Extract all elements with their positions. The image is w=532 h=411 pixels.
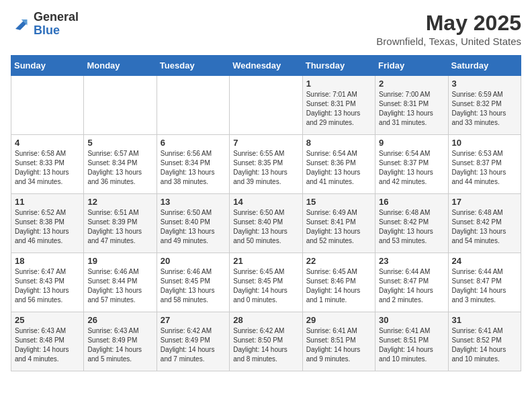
- header-day-thursday: Thursday: [302, 56, 375, 76]
- calendar-cell: 7Sunrise: 6:55 AMSunset: 8:35 PMDaylight…: [230, 135, 302, 194]
- calendar-cell: 30Sunrise: 6:41 AMSunset: 8:51 PMDayligh…: [375, 312, 448, 371]
- day-info: Sunrise: 6:50 AMSunset: 8:40 PMDaylight:…: [161, 208, 226, 246]
- day-info: Sunrise: 6:49 AMSunset: 8:41 PMDaylight:…: [306, 208, 371, 246]
- day-number: 9: [379, 138, 444, 148]
- logo-text: General Blue: [34, 11, 79, 38]
- calendar-cell: 13Sunrise: 6:50 AMSunset: 8:40 PMDayligh…: [157, 194, 229, 253]
- calendar-cell: 27Sunrise: 6:42 AMSunset: 8:49 PMDayligh…: [157, 312, 229, 371]
- day-number: 4: [15, 138, 80, 148]
- calendar-cell: [11, 76, 84, 135]
- day-number: 3: [452, 79, 517, 89]
- day-number: 17: [452, 197, 517, 207]
- page-header: General Blue May 2025 Brownfield, Texas,…: [11, 11, 521, 47]
- day-number: 27: [161, 315, 226, 325]
- calendar-body: 1Sunrise: 7:01 AMSunset: 8:31 PMDaylight…: [11, 76, 521, 371]
- calendar-cell: 21Sunrise: 6:45 AMSunset: 8:45 PMDayligh…: [230, 253, 302, 312]
- week-row-4: 18Sunrise: 6:47 AMSunset: 8:43 PMDayligh…: [11, 253, 521, 312]
- calendar-cell: 12Sunrise: 6:51 AMSunset: 8:39 PMDayligh…: [84, 194, 157, 253]
- day-info: Sunrise: 6:54 AMSunset: 8:36 PMDaylight:…: [306, 149, 371, 187]
- day-number: 2: [379, 79, 444, 89]
- calendar-location: Brownfield, Texas, United States: [376, 36, 521, 47]
- calendar-cell: 8Sunrise: 6:54 AMSunset: 8:36 PMDaylight…: [302, 135, 375, 194]
- calendar-cell: [157, 76, 229, 135]
- day-info: Sunrise: 6:55 AMSunset: 8:35 PMDaylight:…: [233, 149, 298, 187]
- day-info: Sunrise: 6:41 AMSunset: 8:51 PMDaylight:…: [306, 326, 371, 364]
- header-day-monday: Monday: [84, 56, 157, 76]
- day-number: 29: [306, 315, 371, 325]
- day-info: Sunrise: 6:58 AMSunset: 8:33 PMDaylight:…: [15, 149, 80, 187]
- day-number: 14: [233, 197, 298, 207]
- day-info: Sunrise: 6:48 AMSunset: 8:42 PMDaylight:…: [379, 208, 444, 246]
- day-number: 1: [306, 79, 371, 89]
- day-number: 25: [15, 315, 80, 325]
- day-info: Sunrise: 6:48 AMSunset: 8:42 PMDaylight:…: [452, 208, 517, 246]
- calendar-cell: 3Sunrise: 6:59 AMSunset: 8:32 PMDaylight…: [448, 76, 521, 135]
- calendar-cell: 31Sunrise: 6:41 AMSunset: 8:52 PMDayligh…: [448, 312, 521, 371]
- calendar-cell: 23Sunrise: 6:44 AMSunset: 8:47 PMDayligh…: [375, 253, 448, 312]
- day-number: 7: [233, 138, 298, 148]
- day-info: Sunrise: 7:01 AMSunset: 8:31 PMDaylight:…: [306, 90, 371, 128]
- day-number: 23: [379, 256, 444, 266]
- day-number: 20: [161, 256, 226, 266]
- calendar-header: SundayMondayTuesdayWednesdayThursdayFrid…: [11, 56, 521, 76]
- calendar-cell: 20Sunrise: 6:46 AMSunset: 8:45 PMDayligh…: [157, 253, 229, 312]
- day-info: Sunrise: 6:52 AMSunset: 8:38 PMDaylight:…: [15, 208, 80, 246]
- calendar-cell: 17Sunrise: 6:48 AMSunset: 8:42 PMDayligh…: [448, 194, 521, 253]
- day-info: Sunrise: 6:44 AMSunset: 8:47 PMDaylight:…: [379, 267, 444, 305]
- header-day-wednesday: Wednesday: [230, 56, 302, 76]
- day-number: 24: [452, 256, 517, 266]
- calendar-cell: 25Sunrise: 6:43 AMSunset: 8:48 PMDayligh…: [11, 312, 84, 371]
- calendar-cell: 18Sunrise: 6:47 AMSunset: 8:43 PMDayligh…: [11, 253, 84, 312]
- week-row-5: 25Sunrise: 6:43 AMSunset: 8:48 PMDayligh…: [11, 312, 521, 371]
- day-number: 28: [233, 315, 298, 325]
- calendar-cell: 22Sunrise: 6:45 AMSunset: 8:46 PMDayligh…: [302, 253, 375, 312]
- calendar-cell: 6Sunrise: 6:56 AMSunset: 8:34 PMDaylight…: [157, 135, 229, 194]
- day-info: Sunrise: 6:59 AMSunset: 8:32 PMDaylight:…: [452, 90, 517, 128]
- day-info: Sunrise: 6:43 AMSunset: 8:48 PMDaylight:…: [15, 326, 80, 364]
- header-day-saturday: Saturday: [448, 56, 521, 76]
- header-day-sunday: Sunday: [11, 56, 84, 76]
- header-row: SundayMondayTuesdayWednesdayThursdayFrid…: [11, 56, 521, 76]
- calendar-cell: 11Sunrise: 6:52 AMSunset: 8:38 PMDayligh…: [11, 194, 84, 253]
- calendar-cell: 28Sunrise: 6:42 AMSunset: 8:50 PMDayligh…: [230, 312, 302, 371]
- day-info: Sunrise: 6:45 AMSunset: 8:46 PMDaylight:…: [306, 267, 371, 305]
- week-row-1: 1Sunrise: 7:01 AMSunset: 8:31 PMDaylight…: [11, 76, 521, 135]
- logo-blue-text: Blue: [34, 24, 79, 38]
- day-info: Sunrise: 6:46 AMSunset: 8:45 PMDaylight:…: [161, 267, 226, 305]
- day-info: Sunrise: 6:45 AMSunset: 8:45 PMDaylight:…: [233, 267, 298, 305]
- logo: General Blue: [11, 11, 79, 38]
- calendar-title: May 2025: [376, 11, 521, 36]
- calendar-cell: [230, 76, 302, 135]
- day-number: 12: [87, 197, 152, 207]
- title-block: May 2025 Brownfield, Texas, United State…: [376, 11, 521, 47]
- day-info: Sunrise: 6:41 AMSunset: 8:51 PMDaylight:…: [379, 326, 444, 364]
- day-number: 10: [452, 138, 517, 148]
- day-info: Sunrise: 6:43 AMSunset: 8:49 PMDaylight:…: [87, 326, 152, 364]
- calendar-cell: 26Sunrise: 6:43 AMSunset: 8:49 PMDayligh…: [84, 312, 157, 371]
- calendar-table: SundayMondayTuesdayWednesdayThursdayFrid…: [11, 55, 521, 371]
- day-number: 26: [87, 315, 152, 325]
- day-info: Sunrise: 6:41 AMSunset: 8:52 PMDaylight:…: [452, 326, 517, 364]
- day-number: 16: [379, 197, 444, 207]
- calendar-cell: 15Sunrise: 6:49 AMSunset: 8:41 PMDayligh…: [302, 194, 375, 253]
- day-info: Sunrise: 6:50 AMSunset: 8:40 PMDaylight:…: [233, 208, 298, 246]
- day-info: Sunrise: 6:57 AMSunset: 8:34 PMDaylight:…: [87, 149, 152, 187]
- day-info: Sunrise: 6:42 AMSunset: 8:50 PMDaylight:…: [233, 326, 298, 364]
- calendar-cell: 14Sunrise: 6:50 AMSunset: 8:40 PMDayligh…: [230, 194, 302, 253]
- day-info: Sunrise: 6:56 AMSunset: 8:34 PMDaylight:…: [161, 149, 226, 187]
- day-info: Sunrise: 6:51 AMSunset: 8:39 PMDaylight:…: [87, 208, 152, 246]
- day-number: 5: [87, 138, 152, 148]
- calendar-cell: 5Sunrise: 6:57 AMSunset: 8:34 PMDaylight…: [84, 135, 157, 194]
- day-info: Sunrise: 6:54 AMSunset: 8:37 PMDaylight:…: [379, 149, 444, 187]
- day-number: 21: [233, 256, 298, 266]
- week-row-3: 11Sunrise: 6:52 AMSunset: 8:38 PMDayligh…: [11, 194, 521, 253]
- calendar-cell: [84, 76, 157, 135]
- day-number: 18: [15, 256, 80, 266]
- logo-icon: [11, 15, 30, 34]
- day-info: Sunrise: 6:44 AMSunset: 8:47 PMDaylight:…: [452, 267, 517, 305]
- day-number: 30: [379, 315, 444, 325]
- header-day-friday: Friday: [375, 56, 448, 76]
- calendar-cell: 1Sunrise: 7:01 AMSunset: 8:31 PMDaylight…: [302, 76, 375, 135]
- logo-general-text: General: [34, 11, 79, 24]
- calendar-cell: 2Sunrise: 7:00 AMSunset: 8:31 PMDaylight…: [375, 76, 448, 135]
